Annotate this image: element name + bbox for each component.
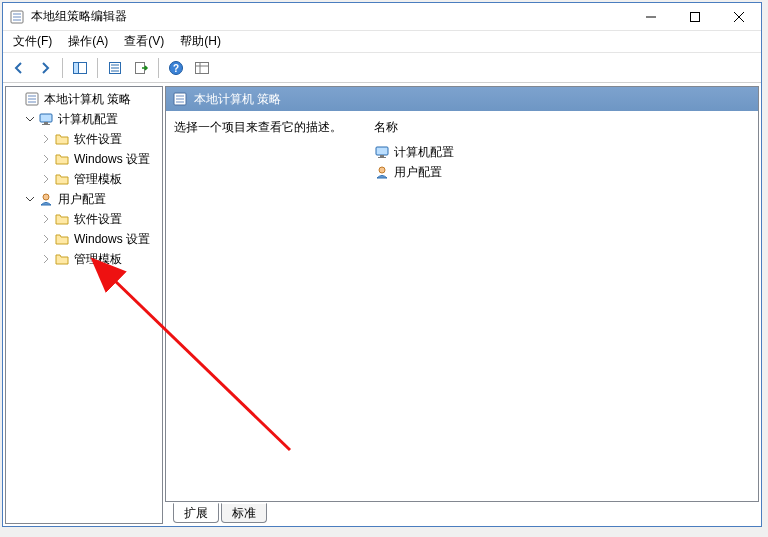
tree-computer-templates[interactable]: 管理模板	[6, 169, 162, 189]
tree-item-label: 管理模板	[74, 171, 122, 188]
back-button[interactable]	[7, 56, 31, 80]
svg-rect-17	[196, 62, 209, 73]
column-header-name[interactable]: 名称	[374, 119, 750, 136]
content-area: 本地计算机 策略 选择一个项目来查看它的描述。 名称 计算机配置	[165, 86, 759, 502]
tree-user-templates[interactable]: 管理模板	[6, 249, 162, 269]
computer-icon	[38, 111, 54, 127]
group-policy-editor-window: 本地组策略编辑器 文件(F) 操作(A) 查看(V) 帮助(H)	[2, 2, 762, 527]
tree-user-label: 用户配置	[58, 191, 106, 208]
svg-rect-24	[40, 114, 52, 122]
forward-button[interactable]	[33, 56, 57, 80]
title-bar: 本地组策略编辑器	[3, 3, 761, 31]
folder-icon	[54, 131, 70, 147]
chevron-right-icon[interactable]	[40, 233, 52, 245]
svg-rect-32	[376, 147, 388, 155]
window-controls	[629, 3, 761, 31]
tree-item-label: Windows 设置	[74, 231, 150, 248]
menu-action[interactable]: 操作(A)	[60, 31, 116, 52]
chevron-down-icon[interactable]	[24, 113, 36, 125]
svg-rect-33	[380, 155, 384, 157]
description-text: 选择一个项目来查看它的描述。	[174, 119, 366, 136]
content-body: 选择一个项目来查看它的描述。 名称 计算机配置	[166, 111, 758, 501]
list-item-user-config[interactable]: 用户配置	[374, 162, 750, 182]
folder-icon	[54, 231, 70, 247]
window-title: 本地组策略编辑器	[31, 8, 629, 25]
show-hide-tree-button[interactable]	[68, 56, 92, 80]
tree-computer-windows[interactable]: Windows 设置	[6, 149, 162, 169]
toolbar-divider	[62, 58, 63, 78]
chevron-right-icon[interactable]	[40, 173, 52, 185]
toolbar-divider	[97, 58, 98, 78]
main-body: 本地计算机 策略 计算机配置 软件设置	[3, 83, 761, 526]
policy-icon	[172, 91, 188, 107]
tree-root-label: 本地计算机 策略	[44, 91, 131, 108]
tab-standard[interactable]: 标准	[221, 503, 267, 523]
folder-icon	[54, 211, 70, 227]
tab-extended[interactable]: 扩展	[173, 503, 219, 523]
svg-point-27	[43, 194, 49, 200]
tree-computer-software[interactable]: 软件设置	[6, 129, 162, 149]
svg-text:?: ?	[173, 63, 179, 74]
folder-icon	[54, 151, 70, 167]
tree-computer-label: 计算机配置	[58, 111, 118, 128]
help-button[interactable]: ?	[164, 56, 188, 80]
menu-view[interactable]: 查看(V)	[116, 31, 172, 52]
minimize-button[interactable]	[629, 3, 673, 31]
menu-help[interactable]: 帮助(H)	[172, 31, 229, 52]
chevron-right-icon[interactable]	[40, 153, 52, 165]
tree-item-label: 管理模板	[74, 251, 122, 268]
chevron-right-icon[interactable]	[40, 253, 52, 265]
menu-file[interactable]: 文件(F)	[5, 31, 60, 52]
export-button[interactable]	[129, 56, 153, 80]
content-header: 本地计算机 策略	[166, 87, 758, 111]
list-item-label: 用户配置	[394, 164, 442, 181]
details-pane: 本地计算机 策略 选择一个项目来查看它的描述。 名称 计算机配置	[165, 86, 759, 524]
policy-icon	[24, 91, 40, 107]
tree-user-software[interactable]: 软件设置	[6, 209, 162, 229]
bottom-tabs: 扩展 标准	[165, 502, 759, 524]
tree-item-label: 软件设置	[74, 131, 122, 148]
list-item-label: 计算机配置	[394, 144, 454, 161]
chevron-right-icon[interactable]	[40, 213, 52, 225]
svg-rect-5	[691, 12, 700, 21]
tree-item-label: 软件设置	[74, 211, 122, 228]
svg-point-35	[379, 167, 385, 173]
maximize-button[interactable]	[673, 3, 717, 31]
user-icon	[38, 191, 54, 207]
spacer	[10, 93, 22, 105]
tree-user-config[interactable]: 用户配置	[6, 189, 162, 209]
filter-button[interactable]	[190, 56, 214, 80]
chevron-right-icon[interactable]	[40, 133, 52, 145]
folder-icon	[54, 251, 70, 267]
app-icon	[9, 9, 25, 25]
tree-pane[interactable]: 本地计算机 策略 计算机配置 软件设置	[5, 86, 163, 524]
svg-rect-25	[44, 122, 48, 124]
close-button[interactable]	[717, 3, 761, 31]
folder-icon	[54, 171, 70, 187]
tree-root[interactable]: 本地计算机 策略	[6, 89, 162, 109]
computer-icon	[374, 144, 390, 160]
description-column: 选择一个项目来查看它的描述。	[174, 119, 374, 493]
svg-rect-9	[74, 62, 79, 73]
content-header-title: 本地计算机 策略	[194, 91, 281, 108]
toolbar-divider	[158, 58, 159, 78]
chevron-down-icon[interactable]	[24, 193, 36, 205]
tree-user-windows[interactable]: Windows 设置	[6, 229, 162, 249]
tree-computer-config[interactable]: 计算机配置	[6, 109, 162, 129]
user-icon	[374, 164, 390, 180]
svg-rect-26	[42, 124, 50, 125]
item-list: 名称 计算机配置 用户配置	[374, 119, 750, 493]
list-item-computer-config[interactable]: 计算机配置	[374, 142, 750, 162]
properties-button[interactable]	[103, 56, 127, 80]
menu-bar: 文件(F) 操作(A) 查看(V) 帮助(H)	[3, 31, 761, 53]
toolbar: ?	[3, 53, 761, 83]
tree-item-label: Windows 设置	[74, 151, 150, 168]
svg-rect-34	[378, 157, 386, 158]
